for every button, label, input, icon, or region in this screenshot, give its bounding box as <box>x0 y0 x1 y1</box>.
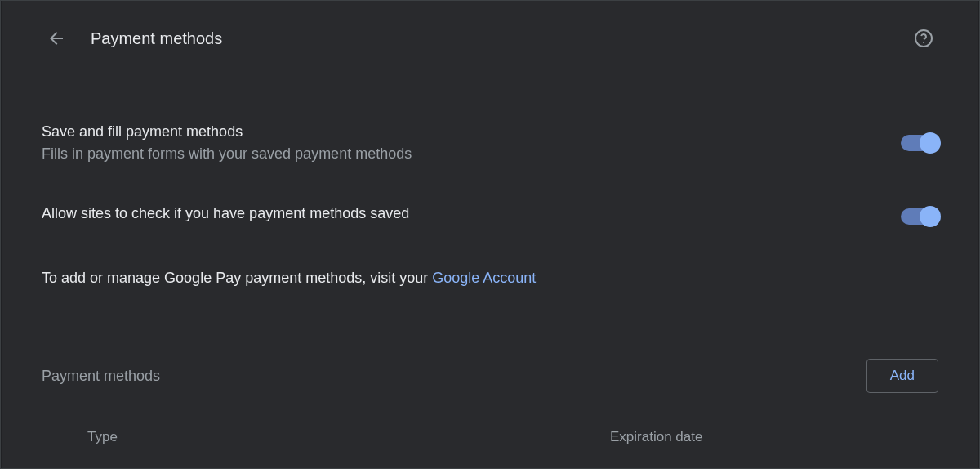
column-expiry-header: Expiration date <box>610 429 702 445</box>
toggle-knob <box>920 132 941 154</box>
info-text-prefix: To add or manage Google Pay payment meth… <box>42 270 432 286</box>
save-and-fill-toggle[interactable] <box>901 135 938 151</box>
setting-text-block: Save and fill payment methods Fills in p… <box>42 123 901 163</box>
save-and-fill-description: Fills in payment forms with your saved p… <box>42 145 901 163</box>
page-header: Payment methods <box>42 24 938 53</box>
column-type-header: Type <box>87 429 610 445</box>
page-title: Payment methods <box>91 29 222 48</box>
arrow-left-icon <box>47 29 66 48</box>
setting-text-block: Allow sites to check if you have payment… <box>42 205 901 227</box>
google-pay-info: To add or manage Google Pay payment meth… <box>42 257 938 319</box>
allow-sites-check-title: Allow sites to check if you have payment… <box>42 205 901 222</box>
payment-methods-section-header: Payment methods Add <box>42 359 938 393</box>
save-and-fill-title: Save and fill payment methods <box>42 123 901 141</box>
back-button[interactable] <box>42 24 71 53</box>
help-button[interactable] <box>909 24 938 53</box>
save-and-fill-setting: Save and fill payment methods Fills in p… <box>42 110 938 176</box>
toggle-knob <box>920 206 941 227</box>
allow-sites-check-setting: Allow sites to check if you have payment… <box>42 192 938 240</box>
allow-sites-check-toggle[interactable] <box>901 208 938 225</box>
payment-methods-table-header: Type Expiration date <box>42 419 938 445</box>
help-icon <box>914 29 933 48</box>
header-left: Payment methods <box>42 24 222 53</box>
google-account-link[interactable]: Google Account <box>432 270 536 286</box>
add-payment-method-button[interactable]: Add <box>866 359 938 393</box>
settings-panel: Payment methods Save and fill payment me… <box>2 1 978 468</box>
payment-methods-section-title: Payment methods <box>42 368 160 385</box>
